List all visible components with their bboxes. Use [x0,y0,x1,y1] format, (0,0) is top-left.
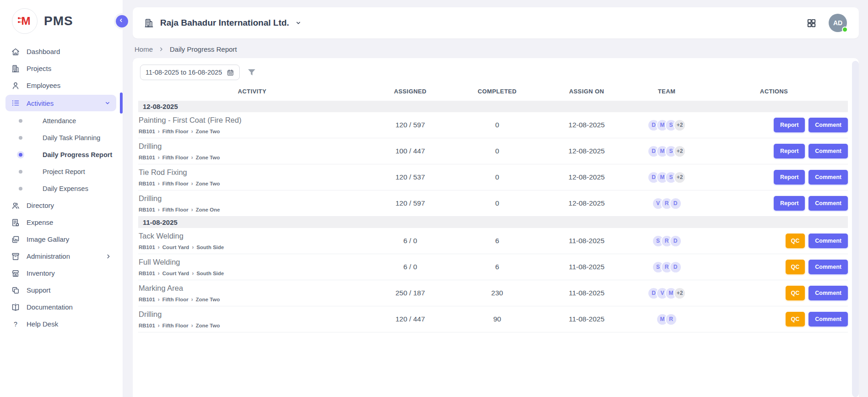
qc-button[interactable]: QC [786,234,805,248]
home-icon [11,47,20,56]
sidebar-item-expense[interactable]: Expense [0,214,123,231]
comment-button[interactable]: Comment [809,260,848,274]
app-name: PMS [44,14,73,28]
path-segment: RB101 [139,245,155,250]
sidebar-item-employees[interactable]: Employees [0,77,123,94]
comment-button[interactable]: Comment [809,118,848,132]
user-avatar[interactable]: AD [829,14,847,32]
report-button[interactable]: Report [774,118,805,132]
activity-path: RB101›Court Yard›South Side [139,271,366,276]
vertical-scrollbar[interactable] [852,61,859,397]
row-actions: ReportComment [700,118,848,132]
topbar-right: AD [806,14,847,32]
qc-button[interactable]: QC [786,260,805,274]
path-segment: South Side [196,271,224,276]
path-segment: RB101 [139,207,155,212]
path-segment: Zone Two [196,323,220,328]
people-icon [11,201,20,210]
comment-button[interactable]: Comment [809,170,848,185]
path-segment: Fifth Floor [162,323,189,328]
bullet-icon [19,119,22,123]
sidebar-item-activities[interactable]: Activities [0,95,123,111]
receipt-icon [11,218,20,227]
sidebar-item-help-desk[interactable]: ?Help Desk [0,315,123,332]
person-icon [11,81,20,90]
assigned-value: 6 / 0 [366,237,454,245]
activity-path: RB101›Fifth Floor›Zone One [139,207,366,212]
comment-button[interactable]: Comment [809,312,848,326]
activity-path: RB101›Court Yard›South Side [139,245,366,250]
sidebar-collapse-button[interactable] [116,15,128,27]
company-name: Raja Bahadur International Ltd. [160,18,289,28]
date-range-input[interactable]: 11-08-2025 to 16-08-2025 [140,65,240,80]
comment-button[interactable]: Comment [809,286,848,300]
logo-icon: M [12,8,38,34]
qc-button[interactable]: QC [786,312,805,326]
chevron-right-icon: › [191,129,193,134]
path-segment: RB101 [139,297,155,302]
sidebar-item-dashboard[interactable]: Dashboard [0,43,123,60]
sidebar-subitem-daily-progress-report[interactable]: Daily Progress Report [0,146,123,163]
chevron-right-icon: › [158,129,160,134]
filter-button[interactable] [247,67,257,77]
sidebar-item-directory[interactable]: Directory [0,197,123,214]
question-icon: ? [11,320,20,329]
sidebar-subitem-attendance[interactable]: Attendance [0,112,123,129]
activity-title: Tie Rod Fixing [139,168,366,177]
team-avatars: VRD [633,197,700,210]
assign-on-value: 12-08-2025 [540,147,633,155]
chevron-right-icon [158,46,164,52]
team-overflow-badge: +2 [674,171,686,184]
bullet-icon [19,170,22,174]
sidebar-nav: DashboardProjectsEmployeesActivitiesAtte… [0,39,123,332]
sidebar-item-label: Documentation [27,303,112,311]
company-selector[interactable]: Raja Bahadur International Ltd. [144,18,302,28]
column-header-assign-on: ASSIGN ON [540,88,633,95]
archive-icon [11,252,20,261]
chevron-right-icon: › [191,323,193,328]
path-segment: RB101 [139,271,155,276]
sidebar-subitem-daily-expenses[interactable]: Daily Expenses [0,180,123,197]
comment-button[interactable]: Comment [809,144,848,158]
sidebar-subitem-project-report[interactable]: Project Report [0,163,123,180]
sidebar-item-documentation[interactable]: Documentation [0,299,123,315]
breadcrumb-home-link[interactable]: Home [135,45,153,53]
table-header: ACTIVITY ASSIGNED COMPLETED ASSIGN ON TE… [138,80,848,101]
sidebar-item-label: Support [27,286,112,294]
activity-title: Tack Welding [139,232,366,240]
row-actions: QCComment [700,312,848,326]
comment-button[interactable]: Comment [809,234,848,248]
active-indicator [120,92,123,114]
comment-button[interactable]: Comment [809,196,848,211]
report-button[interactable]: Report [774,170,805,185]
activity-title: Drilling [139,310,366,319]
path-segment: Zone Two [196,181,220,186]
sidebar-subitem-daily-task-planning[interactable]: Daily Task Planning [0,129,123,146]
activity-title: Drilling [139,142,366,151]
apps-grid-button[interactable] [806,18,817,28]
assigned-value: 120 / 447 [366,315,454,323]
table-row: Marking AreaRB101›Fifth Floor›Zone Two25… [138,280,848,306]
sidebar-item-inventory[interactable]: Inventory [0,265,123,282]
team-avatars: DVM+2 [633,287,700,299]
bullet-icon [19,153,22,157]
path-segment: RB101 [139,181,155,186]
completed-value: 6 [454,263,540,271]
completed-value: 0 [454,121,540,129]
row-actions: ReportComment [700,196,848,211]
date-range-value: 11-08-2025 to 16-08-2025 [146,69,222,76]
sidebar-item-administration[interactable]: Administration [0,248,123,265]
sidebar-item-support[interactable]: Support [0,282,123,299]
assigned-value: 120 / 537 [366,173,454,181]
column-header-assigned: ASSIGNED [366,88,454,95]
book-icon [11,303,20,312]
completed-value: 0 [454,199,540,207]
qc-button[interactable]: QC [786,286,805,300]
path-segment: Fifth Floor [162,207,189,212]
report-button[interactable]: Report [774,144,805,158]
path-segment: RB101 [139,129,155,134]
sidebar-item-image-gallary[interactable]: Image Gallary [0,231,123,248]
report-button[interactable]: Report [774,196,805,211]
sidebar-item-projects[interactable]: Projects [0,60,123,77]
path-segment: RB101 [139,155,155,160]
